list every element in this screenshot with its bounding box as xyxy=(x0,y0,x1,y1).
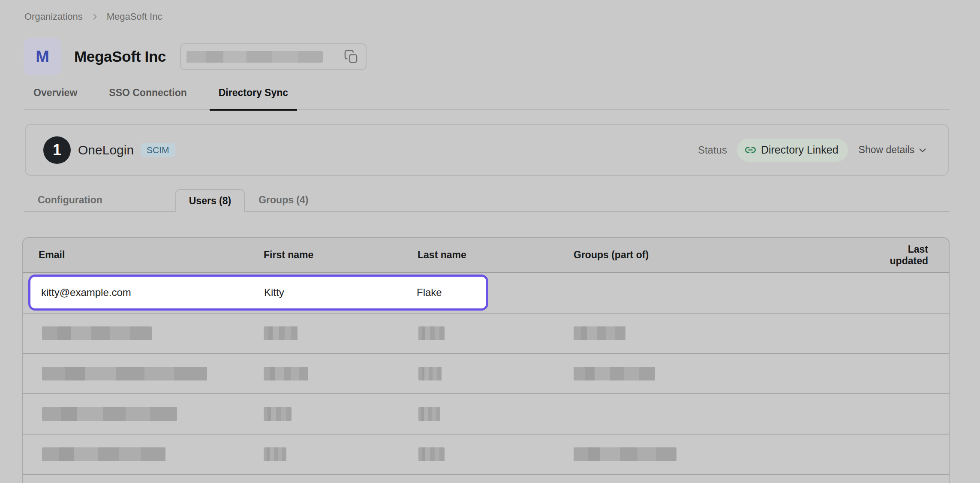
user-last-name: Flake xyxy=(417,287,486,299)
column-header-first-name: First name xyxy=(264,249,418,261)
org-tabs: Overview SSO Connection Directory Sync xyxy=(24,86,950,110)
table-row-partial xyxy=(23,475,949,483)
redacted-org-id xyxy=(186,51,323,63)
redacted-bar xyxy=(418,367,442,380)
redacted-cell xyxy=(264,367,418,380)
page-title: MegaSoft Inc xyxy=(74,48,166,65)
directory-provider-card: 1 OneLogin SCIM Status Directory Linked … xyxy=(25,124,949,176)
user-email: kitty@example.com xyxy=(41,287,264,299)
tab-directory-sync[interactable]: Directory Sync xyxy=(210,86,297,111)
chevron-down-icon xyxy=(918,145,927,155)
redacted-bar xyxy=(574,367,655,380)
provider-name: OneLogin xyxy=(78,143,134,157)
column-header-last-name: Last name xyxy=(418,249,574,261)
redacted-cell xyxy=(574,326,869,340)
redacted-cell xyxy=(574,447,869,461)
tab-users[interactable]: Users (8) xyxy=(175,189,245,212)
redacted-bar xyxy=(42,407,177,421)
status-badge-label: Directory Linked xyxy=(761,144,839,156)
redacted-bar xyxy=(418,447,445,461)
redacted-cell xyxy=(418,326,574,340)
redacted-bar xyxy=(264,407,292,421)
redacted-cell xyxy=(264,326,418,340)
status-label: Status xyxy=(698,144,727,156)
redacted-bar xyxy=(418,326,445,340)
directory-sub-tabs: Configuration Users (8) Groups (4) xyxy=(24,189,950,212)
org-header: M MegaSoft Inc xyxy=(24,38,367,75)
link-icon xyxy=(745,144,756,156)
redacted-cell xyxy=(418,407,574,421)
redacted-cell xyxy=(39,407,264,421)
redacted-cell xyxy=(418,367,574,380)
redacted-bar xyxy=(42,447,165,461)
redacted-cell xyxy=(39,447,264,461)
copy-icon[interactable] xyxy=(344,49,359,64)
show-details-toggle[interactable]: Show details xyxy=(859,144,927,156)
redacted-cell xyxy=(418,447,574,461)
tab-configuration[interactable]: Configuration xyxy=(25,189,115,211)
column-header-email: Email xyxy=(39,249,264,261)
redacted-cell xyxy=(264,407,418,421)
table-row: kitty@example.com Kitty Flake xyxy=(23,273,949,314)
table-row[interactable] xyxy=(23,314,949,354)
table-header-row: Email First name Last name Groups (part … xyxy=(23,238,949,273)
table-row[interactable] xyxy=(23,435,949,475)
org-id-copy-field[interactable] xyxy=(180,43,367,70)
status-badge: Directory Linked xyxy=(737,139,848,162)
users-table: Email First name Last name Groups (part … xyxy=(22,237,950,483)
redacted-cell xyxy=(264,447,418,461)
redacted-bar xyxy=(418,407,440,421)
redacted-cell xyxy=(39,367,264,380)
tab-overview[interactable]: Overview xyxy=(24,86,86,109)
chevron-right-icon xyxy=(90,12,99,21)
show-details-label: Show details xyxy=(859,144,914,156)
redacted-cell xyxy=(574,367,869,380)
table-body-redacted xyxy=(23,314,949,475)
protocol-badge: SCIM xyxy=(141,143,175,157)
highlighted-user-row[interactable]: kitty@example.com Kitty Flake xyxy=(28,275,488,311)
table-row[interactable] xyxy=(23,394,949,435)
redacted-bar xyxy=(42,326,152,340)
column-header-last-updated: Last updated xyxy=(869,244,928,267)
redacted-cell xyxy=(39,326,264,340)
redacted-bar xyxy=(264,326,298,340)
table-row[interactable] xyxy=(23,354,949,394)
tab-sso-connection[interactable]: SSO Connection xyxy=(100,86,195,109)
redacted-bar xyxy=(264,447,286,461)
redacted-bar xyxy=(42,367,207,380)
breadcrumb-organizations[interactable]: Organizations xyxy=(24,11,83,22)
redacted-bar xyxy=(574,447,676,461)
redacted-bar xyxy=(264,367,308,380)
org-avatar: M xyxy=(24,38,61,75)
breadcrumb-current-org: MegaSoft Inc xyxy=(107,11,162,22)
tab-groups[interactable]: Groups (4) xyxy=(246,189,321,211)
breadcrumb: Organizations MegaSoft Inc xyxy=(24,11,162,22)
redacted-bar xyxy=(574,326,625,340)
column-header-groups: Groups (part of) xyxy=(574,249,869,261)
user-first-name: Kitty xyxy=(264,287,417,299)
onelogin-logo-icon: 1 xyxy=(43,136,71,164)
